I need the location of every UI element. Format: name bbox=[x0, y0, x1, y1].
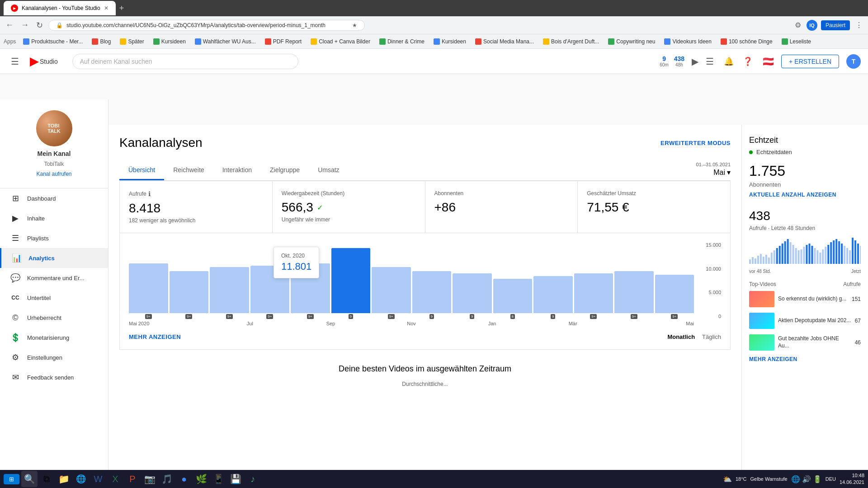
tab-close-btn[interactable]: ✕ bbox=[104, 5, 108, 11]
bar-column-11[interactable]: 9+ bbox=[574, 242, 613, 319]
bookmark-wahlfaecher[interactable]: Wahlfächer WU Aus... bbox=[191, 38, 259, 46]
bar-1[interactable] bbox=[170, 271, 209, 314]
tab-umsatz[interactable]: Umsatz bbox=[309, 161, 348, 180]
sidebar-item-dashboard[interactable]: ⊞ Dashboard bbox=[0, 188, 108, 208]
bar-column-6[interactable]: 9+ bbox=[372, 242, 411, 319]
new-tab-button[interactable]: + bbox=[119, 4, 124, 13]
top-video-item-1[interactable]: So erkennst du (wirklich) g... 151 bbox=[749, 291, 861, 307]
bookmark-100dinge[interactable]: 100 schöne Dinge bbox=[717, 38, 776, 46]
search-input[interactable] bbox=[72, 54, 298, 69]
bookmark-kursideen1[interactable]: Kursideen bbox=[150, 38, 189, 46]
bar-13[interactable] bbox=[655, 275, 694, 313]
menu-button[interactable]: ⋮ bbox=[854, 19, 864, 31]
taskbar-app6[interactable]: 🎵 bbox=[159, 471, 175, 487]
bookmark-cload[interactable]: Cload + Canva Bilder bbox=[307, 38, 374, 46]
taskbar-word[interactable]: W bbox=[90, 471, 106, 487]
taskbar-app5[interactable]: 📷 bbox=[142, 471, 158, 487]
tab-zielgruppe[interactable]: Zielgruppe bbox=[261, 161, 309, 180]
profile-icon[interactable]: IQ bbox=[807, 20, 817, 31]
aktuelle-anzahl-button[interactable]: AKTUELLE ANZAHL ANZEIGEN bbox=[749, 192, 861, 198]
taskbar-app10[interactable]: 💾 bbox=[227, 471, 244, 487]
taeglich-toggle[interactable]: Täglich bbox=[702, 333, 721, 340]
bar-column-8[interactable]: 9 bbox=[453, 242, 492, 319]
top-video-item-2[interactable]: Aktien Depotupdate Mai 202... 67 bbox=[749, 313, 861, 329]
taskbar-search[interactable]: 🔍 bbox=[21, 471, 38, 487]
bar-8[interactable] bbox=[453, 273, 492, 313]
taskbar-app8[interactable]: 🌿 bbox=[193, 471, 209, 487]
sidebar-item-playlists[interactable]: ☰ Playlists bbox=[0, 228, 108, 248]
bookmark-socialmedia[interactable]: Social Media Mana... bbox=[472, 38, 538, 46]
sidebar-item-kommentare[interactable]: 💬 Kommentare und Er... bbox=[0, 268, 108, 288]
bookmark-spaeter[interactable]: Später bbox=[116, 38, 147, 46]
tab-interaktion[interactable]: Interaktion bbox=[213, 161, 261, 180]
sidebar-item-urheberrecht[interactable]: © Urheberrecht bbox=[0, 308, 108, 328]
tab-reichweite[interactable]: Reichweite bbox=[164, 161, 213, 180]
bar-column-12[interactable]: 9+ bbox=[614, 242, 654, 319]
help-button[interactable]: ❓ bbox=[740, 54, 755, 69]
back-button[interactable]: ← bbox=[4, 19, 15, 32]
taskbar-spotify[interactable]: ♪ bbox=[245, 471, 261, 487]
hamburger-menu[interactable]: ☰ bbox=[7, 52, 23, 70]
bookmark-pdf[interactable]: PDF Report bbox=[261, 38, 305, 46]
bar-5[interactable] bbox=[331, 248, 371, 314]
bar-12[interactable] bbox=[614, 271, 654, 314]
bar-column-9[interactable]: 8 bbox=[493, 242, 533, 319]
bookmark-produktsuche[interactable]: Produktsuche - Mer... bbox=[19, 38, 86, 46]
sidebar-item-einstellungen[interactable]: ⚙ Einstellungen bbox=[0, 347, 108, 367]
mehr-videos-button[interactable]: MEHR ANZEIGEN bbox=[749, 356, 861, 362]
apps-label[interactable]: Apps bbox=[4, 38, 16, 45]
bar-0[interactable] bbox=[129, 263, 168, 314]
bookmark-videokurs[interactable]: Videokurs Ideen bbox=[660, 38, 715, 46]
notification-bell[interactable]: 🔔 bbox=[721, 54, 736, 69]
taskbar-excel[interactable]: X bbox=[107, 471, 123, 487]
browser-tab[interactable]: ▶ Kanalanalysen - YouTube Studio ✕ bbox=[4, 1, 116, 15]
bookmark-blog[interactable]: Blog bbox=[88, 38, 114, 46]
bar-column-7[interactable]: 9 bbox=[412, 242, 452, 319]
bookmark-copywriting[interactable]: Copywriting neu bbox=[604, 38, 659, 46]
monatlich-toggle[interactable]: Monatlich bbox=[667, 333, 695, 340]
extended-mode-button[interactable]: ERWEITERTER MODUS bbox=[660, 140, 731, 146]
bar-column-1[interactable]: 9+ bbox=[170, 242, 209, 319]
start-button[interactable]: ⊞ bbox=[4, 474, 19, 484]
tab-uebersicht[interactable]: Übersicht bbox=[119, 161, 164, 180]
list-icon[interactable]: ☰ bbox=[706, 56, 714, 67]
create-button[interactable]: + ERSTELLEN bbox=[781, 55, 839, 68]
info-icon[interactable]: ℹ bbox=[148, 190, 151, 197]
bar-2[interactable] bbox=[210, 267, 249, 313]
pausiert-btn[interactable]: Pausiert bbox=[821, 20, 850, 30]
bookmark-kursideen2[interactable]: Kursideen bbox=[430, 38, 470, 46]
bar-9[interactable] bbox=[493, 279, 533, 314]
reload-button[interactable]: ↻ bbox=[34, 19, 45, 32]
channel-link[interactable]: Kanal aufrufen bbox=[36, 171, 71, 177]
bar-11[interactable] bbox=[574, 273, 613, 313]
bookmark-dinner[interactable]: Dinner & Crime bbox=[376, 38, 428, 46]
bar-7[interactable] bbox=[412, 271, 452, 314]
bar-column-2[interactable]: 9+ bbox=[210, 242, 249, 319]
bar-6[interactable] bbox=[372, 267, 411, 313]
user-avatar[interactable]: T bbox=[846, 54, 861, 69]
bar-column-0[interactable]: 9+ bbox=[129, 242, 168, 319]
bookmark-leseliste[interactable]: Leseliste bbox=[778, 38, 815, 46]
taskbar-taskview[interactable]: ⧉ bbox=[38, 471, 55, 487]
channel-avatar[interactable]: TOBITALK bbox=[36, 110, 72, 146]
sidebar-item-untertitel[interactable]: CC Untertitel bbox=[0, 288, 108, 308]
video-play-btn[interactable]: ▶ bbox=[692, 56, 698, 67]
bar-column-10[interactable]: 9 bbox=[533, 242, 573, 319]
bar-column-5[interactable]: 9 bbox=[331, 242, 371, 319]
taskbar-chrome[interactable]: ● bbox=[176, 471, 192, 487]
taskbar-app9[interactable]: 📱 bbox=[210, 471, 226, 487]
bar-column-13[interactable]: 9+ bbox=[655, 242, 694, 319]
top-video-item-3[interactable]: Gut bezahlte Jobs OHNE Au... 46 bbox=[749, 334, 861, 351]
taskbar-edge[interactable]: 🌐 bbox=[73, 471, 89, 487]
sidebar-item-feedback[interactable]: ✉ Feedback senden bbox=[0, 367, 108, 387]
mehr-anzeigen-button[interactable]: MEHR ANZEIGEN bbox=[129, 333, 181, 340]
extensions-btn[interactable]: ⚙ bbox=[793, 19, 803, 31]
yt-studio-logo[interactable]: ▶ Studio bbox=[30, 55, 58, 68]
sidebar-item-analytics[interactable]: 📊 Analytics bbox=[0, 248, 108, 268]
sidebar-item-inhalte[interactable]: ▶ Inhalte bbox=[0, 208, 108, 228]
date-dropdown[interactable]: Mai ▾ bbox=[696, 168, 731, 177]
bookmark-bois[interactable]: Bois d'Argent Duft... bbox=[539, 38, 603, 46]
bar-10[interactable] bbox=[533, 276, 573, 313]
address-bar[interactable]: 🔒 studio.youtube.com/channel/UC6N5u-OiGz… bbox=[48, 20, 365, 31]
taskbar-explorer[interactable]: 📁 bbox=[56, 471, 72, 487]
